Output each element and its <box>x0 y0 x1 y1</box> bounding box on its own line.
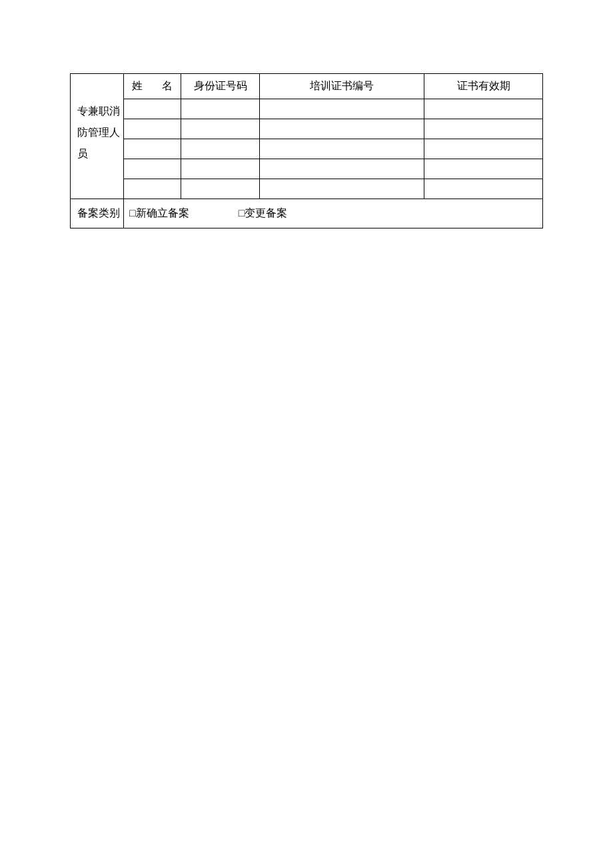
header-cert: 培训证书编号 <box>260 74 424 99</box>
table-row <box>71 159 543 179</box>
row-label-cell: 专兼职消防管理人员 <box>71 74 124 199</box>
cell-cert[interactable] <box>260 139 424 159</box>
filing-option-change[interactable]: □变更备案 <box>239 207 288 220</box>
header-name: 姓 名 <box>124 74 181 99</box>
cell-name[interactable] <box>124 99 181 119</box>
cell-name[interactable] <box>124 179 181 199</box>
cell-cert[interactable] <box>260 99 424 119</box>
header-row: 专兼职消防管理人员 姓 名 身份证号码 培训证书编号 证书有效期 <box>71 74 543 99</box>
cell-cert[interactable] <box>260 159 424 179</box>
header-id: 身份证号码 <box>181 74 260 99</box>
header-name-char1: 姓 <box>132 79 143 93</box>
cell-cert[interactable] <box>260 119 424 139</box>
cell-id[interactable] <box>181 119 260 139</box>
filing-row: 备案类别 □新确立备案 □变更备案 <box>71 199 543 228</box>
filing-label-cell: 备案类别 <box>71 199 124 228</box>
cell-id[interactable] <box>181 159 260 179</box>
cell-valid[interactable] <box>424 179 543 199</box>
cell-valid[interactable] <box>424 159 543 179</box>
cell-valid[interactable] <box>424 139 543 159</box>
table-row <box>71 179 543 199</box>
cell-name[interactable] <box>124 139 181 159</box>
filing-option-new[interactable]: □新确立备案 <box>129 207 189 220</box>
cell-id[interactable] <box>181 139 260 159</box>
cell-valid[interactable] <box>424 119 543 139</box>
table-row <box>71 139 543 159</box>
personnel-table: 专兼职消防管理人员 姓 名 身份证号码 培训证书编号 证书有效期 <box>70 73 543 228</box>
table-row <box>71 99 543 119</box>
header-valid: 证书有效期 <box>424 74 543 99</box>
filing-content-cell: □新确立备案 □变更备案 <box>124 199 543 228</box>
table-row <box>71 119 543 139</box>
cell-name[interactable] <box>124 159 181 179</box>
cell-cert[interactable] <box>260 179 424 199</box>
cell-id[interactable] <box>181 179 260 199</box>
cell-name[interactable] <box>124 119 181 139</box>
cell-valid[interactable] <box>424 99 543 119</box>
header-name-char2: 名 <box>162 79 173 93</box>
cell-id[interactable] <box>181 99 260 119</box>
